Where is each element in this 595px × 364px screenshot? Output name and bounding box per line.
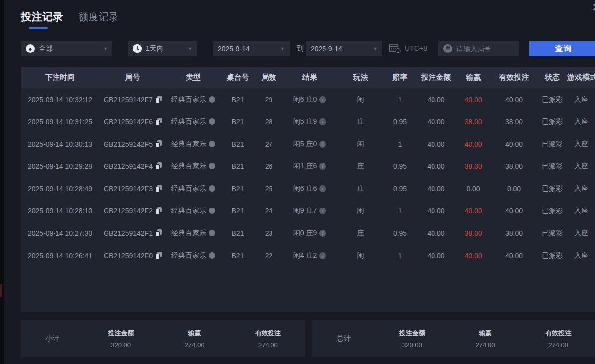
cell-play: 闲 — [337, 207, 384, 215]
cell-win-loss: 38.00 — [456, 229, 490, 237]
cell-win-loss: 40.00 — [456, 96, 490, 104]
result-info-icon[interactable]: i — [319, 141, 326, 148]
cell-round-no: 25 — [255, 185, 282, 193]
cell-status: 已派彩 — [538, 140, 567, 149]
cell-valid-bet: 40.00 — [490, 96, 538, 104]
table-header: 下注时间局号类型桌台号局数结果玩法赔率投注金额输赢有效投注状态游戏模式 — [21, 67, 595, 88]
date-to-value: 2025-9-14 — [311, 45, 342, 52]
cell-table-no: B21 — [220, 162, 255, 170]
cell-play: 闲 — [337, 95, 384, 104]
copy-icon[interactable] — [155, 229, 162, 237]
table-row: 2025-09-14 10:28:10GB21259142F2经典百家乐B212… — [21, 200, 595, 222]
game-type-indicator-icon — [209, 96, 215, 103]
cell-odds: 0.95 — [384, 162, 416, 170]
cell-win-loss: 40.00 — [456, 140, 490, 148]
result-info-icon[interactable]: i — [319, 118, 326, 125]
clock-icon — [133, 44, 142, 53]
cell-valid-bet: 38.00 — [490, 162, 538, 170]
tab-bet-records[interactable]: 投注记录 — [21, 10, 63, 29]
cell-bet-time: 2025-09-14 10:32:12 — [21, 96, 99, 104]
copy-icon[interactable] — [155, 140, 162, 148]
cell-round-no: 28 — [255, 118, 282, 126]
subtotal-label: 小计 — [21, 334, 84, 343]
chevron-down-icon: ▼ — [188, 46, 192, 51]
copy-icon[interactable] — [155, 207, 162, 214]
result-info-icon[interactable]: i — [319, 252, 326, 259]
cell-round-id: GB21259142F0 — [99, 252, 166, 260]
cell-valid-bet: 40.00 — [490, 252, 538, 260]
result-info-icon[interactable]: i — [319, 185, 326, 192]
summary-stat: 投注金额320.00 — [376, 329, 449, 349]
cell-mode: 入座 — [567, 207, 595, 215]
cell-bet-amount: 40.00 — [416, 140, 456, 148]
cell-valid-bet: 40.00 — [490, 140, 538, 148]
result-info-icon[interactable]: i — [319, 96, 326, 103]
round-search-input[interactable] — [456, 45, 514, 52]
table-row: 2025-09-14 10:31:25GB21259142F6经典百家乐B212… — [21, 110, 595, 133]
close-icon[interactable]: × — [592, 1, 595, 14]
cell-mode: 入座 — [567, 140, 595, 149]
cell-result: 闲6 庄0i — [282, 95, 337, 104]
filter-bar: ♠ 全部 ▼ 1天内 ▼ 2025-9-14 ▼ 到 2025-9-14 ▼ — [21, 41, 595, 56]
cell-game-type: 经典百家乐 — [166, 229, 220, 238]
result-info-icon[interactable]: i — [319, 208, 326, 214]
column-header: 桌台号 — [220, 73, 255, 82]
summary-stat-label: 投注金额 — [84, 329, 158, 338]
game-type-indicator-icon — [209, 230, 215, 236]
cell-mode: 入座 — [567, 251, 595, 260]
cell-win-loss: 0.00 — [456, 185, 490, 193]
copy-icon[interactable] — [155, 185, 162, 192]
game-category-select[interactable]: ♠ 全部 ▼ — [21, 41, 112, 56]
cell-round-id: GB21259142F2 — [99, 207, 166, 215]
cell-round-id: GB21259142F6 — [99, 118, 166, 126]
query-button[interactable]: 查询 — [529, 41, 595, 56]
column-header: 局号 — [99, 73, 166, 82]
cell-play: 闲 — [337, 140, 384, 149]
result-info-icon[interactable]: i — [319, 163, 326, 170]
copy-icon[interactable] — [155, 96, 162, 103]
cell-valid-bet: 38.00 — [490, 118, 538, 126]
cell-mode: 入座 — [567, 162, 595, 171]
cell-bet-time: 2025-09-14 10:28:49 — [21, 185, 99, 193]
summary-stat-value: 274.00 — [522, 341, 595, 349]
game-category-value: 全部 — [39, 44, 53, 53]
tab-quota-records[interactable]: 额度记录 — [78, 10, 119, 24]
cell-round-id: GB21259142F3 — [99, 185, 166, 193]
table-body: 2025-09-14 10:32:12GB21259142F7经典百家乐B212… — [21, 88, 595, 266]
cell-win-loss: 40.00 — [456, 207, 490, 215]
date-from-select[interactable]: 2025-9-14 ▼ — [213, 41, 290, 56]
summary-stat-label: 输赢 — [158, 329, 231, 338]
cell-status: 已派彩 — [538, 162, 567, 171]
result-info-icon[interactable]: i — [319, 230, 326, 237]
subtotal-panel: 小计 投注金额320.00输赢274.00有效投注274.00 — [21, 320, 305, 357]
calendar-clock-icon — [389, 43, 401, 53]
total-panel: 总计 投注金额320.00输赢274.00有效投注274.00 — [312, 320, 595, 357]
cell-round-id: GB21259142F4 — [99, 162, 166, 170]
cell-mode: 入座 — [567, 184, 595, 193]
cell-result: 闲5 庄9i — [282, 117, 337, 126]
cell-odds: 0.95 — [384, 185, 416, 193]
column-header: 状态 — [538, 73, 567, 82]
cell-round-no: 23 — [255, 229, 282, 237]
copy-icon[interactable] — [155, 162, 162, 170]
summary-stat-value: 274.00 — [231, 341, 305, 349]
cell-result: 闲5 庄0i — [282, 140, 337, 149]
cell-table-no: B21 — [220, 252, 255, 260]
column-header: 输赢 — [456, 73, 490, 82]
column-header: 赔率 — [384, 73, 416, 82]
copy-icon[interactable] — [155, 118, 162, 125]
cell-game-type: 经典百家乐 — [166, 162, 220, 171]
date-to-select[interactable]: 2025-9-14 ▼ — [306, 41, 382, 56]
cell-bet-amount: 40.00 — [416, 252, 456, 260]
summary-stat-label: 投注金额 — [376, 329, 449, 338]
round-search-field[interactable]: 局 — [438, 41, 519, 56]
copy-icon[interactable] — [155, 252, 162, 259]
cell-win-loss: 40.00 — [456, 252, 490, 260]
cell-round-id: GB21259142F1 — [99, 229, 166, 237]
table-row: 2025-09-14 10:30:13GB21259142F5经典百家乐B212… — [21, 133, 595, 155]
cell-round-no: 24 — [255, 207, 282, 215]
cell-bet-amount: 40.00 — [416, 185, 456, 193]
summary-stat-label: 有效投注 — [522, 329, 595, 338]
cell-status: 已派彩 — [538, 117, 567, 126]
time-range-select[interactable]: 1天内 ▼ — [128, 41, 197, 56]
